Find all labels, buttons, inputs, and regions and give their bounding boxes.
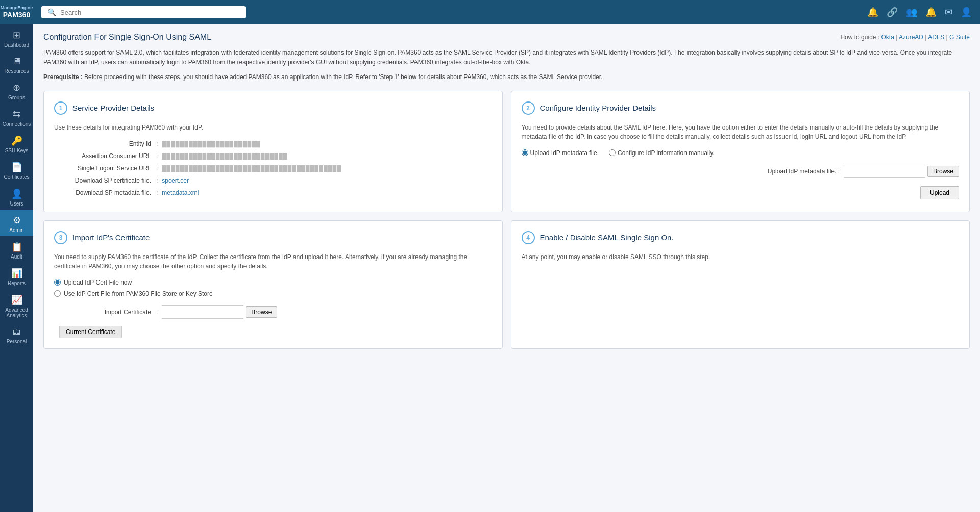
panel3-desc: You need to supply PAM360 the certificat… [54, 252, 492, 271]
cert-radio-upload[interactable] [54, 279, 61, 286]
main-wrapper: 🔍 🔔 🔗 👥 🔔 ✉ 👤 Configuration For Single S… [33, 0, 980, 512]
reports-icon: 📊 [11, 268, 22, 279]
how-to-guide-gsuite[interactable]: G Suite [949, 34, 970, 41]
sidebar-item-dashboard[interactable]: ⊞ Dashboard [0, 24, 33, 51]
sidebar-label-reports: Reports [8, 280, 26, 286]
advanced-analytics-icon: 📈 [11, 294, 22, 305]
team-icon[interactable]: 👥 [906, 7, 917, 18]
cert-option-use: Use IdP Cert File from PAM360 File Store… [54, 290, 492, 297]
sidebar-label-dashboard: Dashboard [4, 42, 29, 48]
sidebar-item-users[interactable]: 👤 Users [0, 183, 33, 210]
panel4-desc: At any point, you may enable or disable … [522, 252, 960, 262]
connections-icon: ⇆ [13, 109, 20, 120]
radio-manual[interactable]: Configure IdP information manually. [609, 149, 715, 157]
panel3-title: Import IdP's Certificate [72, 233, 150, 242]
mail-icon[interactable]: ✉ [945, 7, 952, 18]
assertion-consumer-url-value: ████████████████████████████ [162, 153, 287, 159]
step2-circle: 2 [522, 101, 535, 115]
user-icon[interactable]: 👤 [961, 7, 972, 18]
logo-me: ManageEngine [1, 5, 33, 11]
import-cert-browse-btn[interactable]: Browse [246, 306, 277, 318]
import-cert-input[interactable] [162, 305, 243, 319]
panel1-desc: Use these details for integrating PAM360… [54, 123, 492, 132]
alerts-icon[interactable]: 🔔 [867, 7, 878, 18]
download-cert-link[interactable]: spcert.cer [162, 177, 189, 184]
radio-upload-metadata-input[interactable] [522, 149, 528, 156]
page-title: Configuration For Single Sign-On Using S… [43, 33, 211, 42]
current-cert-button[interactable]: Current Certificate [59, 326, 122, 338]
topbar: 🔍 🔔 🔗 👥 🔔 ✉ 👤 [33, 0, 980, 24]
current-cert-row: Current Certificate [54, 324, 492, 338]
bottom-panels: 3 Import IdP's Certificate You need to s… [43, 220, 970, 349]
browse-button[interactable]: Browse [927, 166, 959, 177]
sidebar-item-connections[interactable]: ⇆ Connections [0, 104, 33, 130]
prereq-text: Prerequisite : Before proceeding with th… [43, 72, 970, 82]
page-header: Configuration For Single Sign-On Using S… [43, 33, 970, 42]
single-logout-url-label: Single Logout Service URL [54, 165, 156, 172]
panel2-desc: You need to provide details about the SA… [522, 123, 960, 141]
sidebar-label-users: Users [10, 201, 23, 207]
sidebar-label-advanced-analytics: Advanced Analytics [2, 307, 31, 318]
admin-icon: ⚙ [13, 215, 21, 226]
sidebar-label-resources: Resources [5, 68, 29, 74]
resources-icon: 🖥 [12, 56, 21, 67]
logo-pam: PAM360 [3, 11, 30, 19]
entity-id-label: Entity Id [54, 140, 156, 147]
assertion-consumer-url-label: Assertion Consumer URL [54, 152, 156, 160]
cert-radio-use[interactable] [54, 290, 61, 297]
sidebar-item-resources[interactable]: 🖥 Resources [0, 51, 33, 77]
panel-service-provider: 1 Service Provider Details Use these det… [43, 91, 503, 212]
intro-text: PAM360 offers support for SAML 2.0, whic… [43, 48, 970, 67]
groups-icon: ⊕ [13, 82, 20, 93]
sidebar-label-groups: Groups [8, 95, 25, 100]
radio-upload-metadata-label: Upload IdP metadata file. [530, 149, 599, 157]
panel4-title: Enable / Disable SAML Single Sign On. [540, 233, 674, 242]
how-to-guide: How to guide : Okta | AzureAD | ADFS | G… [840, 34, 970, 41]
download-meta-label: Download SP metadata file. [54, 189, 156, 196]
sidebar-item-personal[interactable]: 🗂 Personal [0, 321, 33, 347]
step1-circle: 1 [54, 101, 67, 115]
sidebar-item-certificates[interactable]: 📄 Certificates [0, 157, 33, 183]
prereq-body: Before proceeding with these steps, you … [84, 73, 602, 81]
sidebar-item-audit[interactable]: 📋 Audit [0, 236, 33, 263]
sidebar-label-admin: Admin [9, 227, 23, 233]
radio-upload-metadata[interactable]: Upload IdP metadata file. [522, 149, 599, 157]
sidebar-item-advanced-analytics[interactable]: 📈 Advanced Analytics [0, 289, 33, 321]
single-logout-url-row: Single Logout Service URL : ████████████… [54, 165, 492, 172]
entity-id-value: ██████████████████████ [162, 141, 260, 147]
download-meta-link[interactable]: metadata.xml [162, 189, 199, 196]
link-icon[interactable]: 🔗 [887, 7, 898, 18]
sidebar-item-admin[interactable]: ⚙ Admin [0, 210, 33, 236]
content-area: Configuration For Single Sign-On Using S… [33, 24, 980, 512]
dashboard-icon: ⊞ [13, 30, 20, 41]
single-logout-url-value: ████████████████████████████████████████ [162, 165, 341, 171]
radio-manual-input[interactable] [609, 149, 616, 156]
download-meta-row: Download SP metadata file. : metadata.xm… [54, 189, 492, 196]
metadata-file-input[interactable] [844, 165, 925, 178]
logo: ManageEngine PAM360 [0, 0, 33, 24]
sidebar-item-groups[interactable]: ⊕ Groups [0, 77, 33, 104]
how-to-guide-adfs[interactable]: ADFS [928, 34, 944, 41]
sidebar-label-certificates: Certificates [4, 174, 29, 180]
notification-icon[interactable]: 🔔 [925, 7, 937, 18]
sidebar-label-ssh-keys: SSH Keys [5, 148, 29, 153]
panel3-header: 3 Import IdP's Certificate [54, 231, 492, 244]
ssh-keys-icon: 🔑 [11, 135, 22, 146]
download-cert-row: Download SP certificate file. : spcert.c… [54, 177, 492, 184]
search-box[interactable]: 🔍 [41, 6, 246, 18]
import-cert-row: Import Certificate : Browse [54, 305, 492, 319]
upload-button[interactable]: Upload [920, 186, 959, 199]
download-cert-label: Download SP certificate file. [54, 177, 156, 184]
sidebar-label-connections: Connections [3, 121, 31, 127]
import-cert-label: Import Certificate [54, 309, 156, 316]
how-to-guide-okta[interactable]: Okta [881, 34, 894, 41]
prereq-label: Prerequisite : [43, 73, 83, 81]
upload-field-label: Upload IdP metadata file. : [768, 168, 840, 175]
sidebar-item-reports[interactable]: 📊 Reports [0, 263, 33, 289]
sidebar: ManageEngine PAM360 ⊞ Dashboard 🖥 Resour… [0, 0, 33, 512]
sidebar-label-audit: Audit [11, 254, 22, 260]
sidebar-item-ssh-keys[interactable]: 🔑 SSH Keys [0, 130, 33, 157]
how-to-guide-label: How to guide : [840, 34, 879, 41]
how-to-guide-azuread[interactable]: AzureAD [899, 34, 923, 41]
search-input[interactable] [60, 9, 234, 16]
